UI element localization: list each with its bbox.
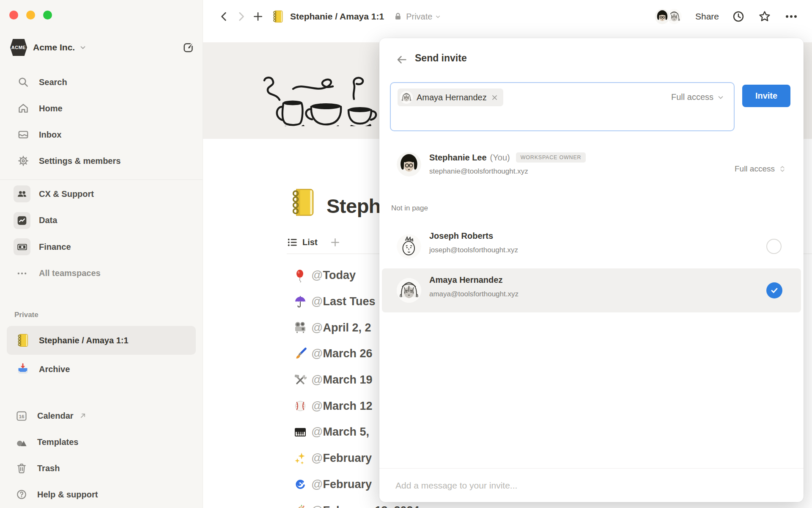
stephanie-avatar bbox=[397, 152, 421, 177]
chevron-down-icon bbox=[717, 94, 724, 101]
invite-button[interactable]: Invite bbox=[742, 85, 790, 107]
stephanie-avatar bbox=[655, 9, 670, 24]
sidebar-item-search[interactable]: Search bbox=[0, 69, 203, 95]
invite-recipients-input[interactable]: Amaya Hernandez Full access bbox=[390, 82, 735, 131]
member-name: Joseph Roberts bbox=[429, 231, 493, 241]
top-toolbar: Stephanie / Amaya 1:1 Private Share bbox=[203, 0, 812, 33]
sidebar-nav: SearchHomeInboxSettings & members bbox=[0, 69, 203, 174]
add-view-icon[interactable] bbox=[329, 237, 341, 248]
sidebar-item-label: Trash bbox=[37, 464, 60, 473]
zoom-window-button[interactable] bbox=[43, 11, 52, 19]
recipient-chip-name: Amaya Hernandez bbox=[417, 93, 487, 102]
sidebar-item-label: Home bbox=[39, 104, 63, 113]
chevron-down-icon bbox=[79, 44, 87, 51]
mention-at-sign: @ bbox=[311, 400, 323, 412]
member-row-amaya-hernandez[interactable]: Amaya Hernandezamaya@toolsforthought.xyz bbox=[382, 268, 801, 312]
sidebar-item-help-support[interactable]: Help & support bbox=[0, 481, 203, 508]
balloon-icon bbox=[293, 268, 308, 283]
banknote-icon bbox=[14, 238, 30, 255]
sidebar-item-settings-members[interactable]: Settings & members bbox=[0, 148, 203, 174]
mention-at-sign: @ bbox=[311, 478, 323, 491]
search-icon bbox=[17, 76, 30, 88]
history-clock-icon[interactable] bbox=[732, 10, 745, 23]
trash-icon bbox=[15, 462, 28, 475]
sidebar-teamspace-all-teamspaces[interactable]: All teamspaces bbox=[0, 260, 203, 287]
recipient-chip[interactable]: Amaya Hernandez bbox=[398, 88, 503, 106]
external-arrow-icon bbox=[79, 411, 87, 420]
sidebar-item-inbox[interactable]: Inbox bbox=[0, 121, 203, 148]
sidebar-teamspace-cx-support[interactable]: CX & Support bbox=[0, 181, 203, 207]
owner-access-dropdown[interactable]: Full access bbox=[735, 164, 787, 174]
more-options-icon[interactable] bbox=[784, 9, 798, 24]
sidebar-item-label: Search bbox=[39, 77, 67, 87]
sidebar-page-label: Archive bbox=[39, 364, 70, 374]
sidebar-item-home[interactable]: Home bbox=[0, 95, 203, 121]
date-mention-link[interactable]: @March 12 bbox=[311, 400, 372, 413]
not-in-page-label: Not in page bbox=[391, 204, 428, 213]
sidebar-item-calendar[interactable]: 16Calendar bbox=[0, 403, 203, 429]
notebook-icon bbox=[15, 333, 30, 348]
unselected-radio-icon[interactable] bbox=[766, 239, 782, 254]
sidebar-page-label: Stephanie / Amaya 1:1 bbox=[39, 336, 129, 345]
sidebar-teamspace-finance[interactable]: Finance bbox=[0, 234, 203, 260]
amaya-avatar bbox=[400, 91, 413, 104]
tab-list-view[interactable]: List bbox=[302, 237, 318, 247]
plus-icon bbox=[252, 11, 264, 22]
people-list: Joseph Robertsjoseph@toolsforthought.xyz… bbox=[379, 224, 804, 312]
access-level-dropdown[interactable]: Full access bbox=[671, 92, 724, 102]
sidebar-page-stephanie-amaya-1-1[interactable]: Stephanie / Amaya 1:1 bbox=[7, 326, 196, 355]
mention-at-sign: @ bbox=[311, 452, 323, 464]
lock-icon bbox=[393, 12, 403, 21]
back-arrow-icon[interactable] bbox=[395, 53, 408, 66]
remove-recipient-icon[interactable] bbox=[491, 94, 498, 101]
paintbrush-icon bbox=[293, 346, 308, 362]
sidebar-item-label: Templates bbox=[37, 437, 78, 447]
cyclone-icon bbox=[293, 477, 308, 492]
mention-at-sign: @ bbox=[311, 373, 323, 386]
mention-at-sign: @ bbox=[311, 347, 323, 360]
stephanie-avatar[interactable] bbox=[654, 8, 671, 25]
owner-name: Stephanie Lee bbox=[429, 153, 487, 163]
access-level-value: Full access bbox=[671, 92, 713, 102]
piano-icon bbox=[293, 425, 308, 440]
date-mention-link[interactable]: @April 2, 2 bbox=[311, 321, 371, 334]
date-mention-link[interactable]: @Last Tues bbox=[311, 295, 375, 308]
notebook-icon[interactable] bbox=[287, 186, 319, 218]
date-mention-link[interactable]: @February bbox=[311, 452, 372, 465]
date-mention-link[interactable]: @March 26 bbox=[311, 347, 372, 360]
date-mention-link[interactable]: @February 13, 2024 bbox=[311, 504, 420, 508]
minimize-window-button[interactable] bbox=[26, 11, 35, 19]
invite-message-input[interactable]: Add a message to your invite... bbox=[379, 468, 804, 502]
share-button[interactable]: Share bbox=[695, 11, 719, 22]
back-button[interactable] bbox=[216, 8, 233, 25]
date-mention-link[interactable]: @Today bbox=[311, 269, 356, 282]
sidebar-item-trash[interactable]: Trash bbox=[0, 455, 203, 481]
visibility-label[interactable]: Private bbox=[406, 12, 432, 22]
sidebar-item-templates[interactable]: Templates bbox=[0, 429, 203, 455]
ellipsis-icon bbox=[14, 265, 30, 282]
private-section-label: Private bbox=[14, 311, 38, 319]
add-page-button[interactable] bbox=[250, 8, 266, 25]
teamspace-label: Data bbox=[39, 215, 57, 225]
workspace-owner-badge: WORKSPACE OWNER bbox=[516, 152, 586, 163]
teamspace-label: CX & Support bbox=[39, 189, 94, 199]
joseph-avatar bbox=[397, 234, 421, 259]
sidebar-item-label: Help & support bbox=[37, 490, 98, 500]
date-mention-link[interactable]: @March 19 bbox=[311, 373, 372, 387]
workspace-switcher[interactable]: ACME Acme Inc. bbox=[10, 36, 197, 58]
umbrella-icon bbox=[293, 294, 308, 309]
favorite-star-icon[interactable] bbox=[758, 10, 771, 23]
breadcrumb-page-title[interactable]: Stephanie / Amaya 1:1 bbox=[290, 11, 384, 22]
mention-at-sign: @ bbox=[311, 321, 323, 334]
member-row-joseph-roberts[interactable]: Joseph Robertsjoseph@toolsforthought.xyz bbox=[382, 224, 801, 268]
sidebar-page-archive[interactable]: Archive bbox=[7, 355, 196, 384]
member-email: amaya@toolsforthought.xyz bbox=[429, 290, 518, 298]
selected-check-icon[interactable] bbox=[766, 282, 782, 298]
date-mention-link[interactable]: @March 5, bbox=[311, 425, 369, 439]
new-page-button[interactable] bbox=[180, 39, 197, 56]
owner-email: stephanie@toolsforthought.xyz bbox=[429, 167, 528, 176]
sidebar-teamspace-data[interactable]: Data bbox=[0, 207, 203, 234]
date-mention-link[interactable]: @February bbox=[311, 478, 372, 491]
forward-button[interactable] bbox=[233, 8, 250, 25]
close-window-button[interactable] bbox=[9, 11, 18, 19]
